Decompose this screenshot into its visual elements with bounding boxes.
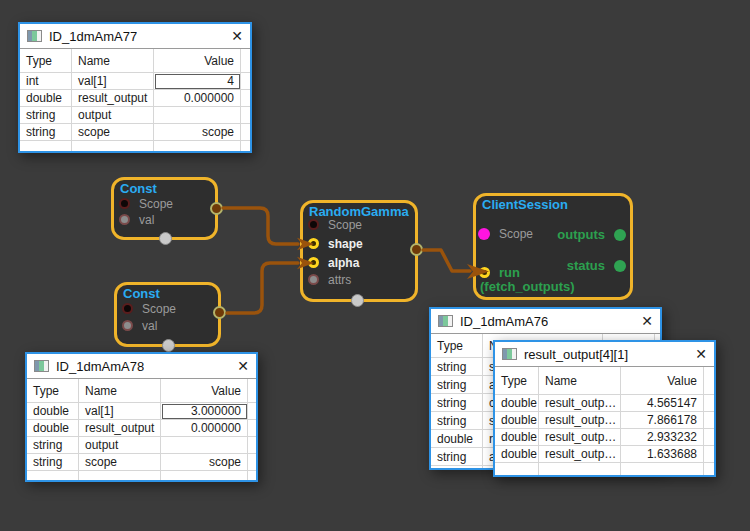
node-handle[interactable] bbox=[351, 294, 364, 307]
node-title: Const bbox=[123, 286, 160, 301]
cell-name: result_outp… bbox=[539, 395, 621, 412]
cell-type: int bbox=[20, 73, 72, 90]
watch-window-result[interactable]: result_output[4][1] ✕ Type Name Value do… bbox=[493, 340, 716, 477]
cell-value: 2.933232 bbox=[621, 429, 704, 446]
column-header: Type bbox=[431, 334, 483, 358]
port-status-output[interactable] bbox=[614, 260, 626, 272]
port-label: run bbox=[499, 265, 520, 280]
close-icon[interactable]: ✕ bbox=[695, 347, 707, 361]
close-icon[interactable]: ✕ bbox=[641, 314, 653, 328]
window-title: ID_1dmAmA77 bbox=[49, 29, 137, 44]
window-titlebar[interactable]: result_output[4][1] ✕ bbox=[495, 342, 714, 367]
cell-type: double bbox=[27, 403, 79, 420]
port-label: shape bbox=[328, 237, 363, 251]
watch-window-a77[interactable]: ID_1dmAmA77 ✕ Type Name Value int val[1]… bbox=[18, 22, 252, 153]
port-label: Scope bbox=[328, 218, 362, 232]
cell-value: 4.565147 bbox=[621, 395, 704, 412]
table-icon bbox=[34, 360, 49, 372]
cell-type: string bbox=[431, 394, 483, 412]
column-header: Value bbox=[621, 367, 704, 395]
cell-type: string bbox=[431, 376, 483, 394]
table-icon bbox=[502, 348, 517, 360]
table-icon bbox=[27, 30, 42, 42]
window-titlebar[interactable]: ID_1dmAmA76 ✕ bbox=[431, 309, 660, 334]
cell-name: scope bbox=[79, 454, 161, 471]
cell-name: result_outp… bbox=[539, 446, 621, 463]
port-output[interactable] bbox=[210, 202, 223, 215]
column-header: Type bbox=[20, 49, 72, 73]
port-scope-input[interactable] bbox=[478, 228, 490, 240]
wire-const-bottom-to-alpha[interactable] bbox=[227, 263, 298, 313]
port-output[interactable] bbox=[213, 306, 226, 319]
cell-type: double bbox=[495, 395, 539, 412]
cell-type: string bbox=[431, 358, 483, 376]
cell-value: 0.000000 bbox=[161, 420, 248, 437]
cell-type: string bbox=[20, 107, 72, 124]
port-scope-input[interactable] bbox=[119, 198, 130, 209]
window-titlebar[interactable]: ID_1dmAmA78 ✕ bbox=[27, 354, 256, 379]
cell-type: double bbox=[431, 430, 483, 448]
node-handle[interactable] bbox=[159, 232, 172, 245]
port-scope-input[interactable] bbox=[122, 303, 133, 314]
cell-value: scope bbox=[154, 124, 241, 141]
port-label: attrs bbox=[328, 273, 351, 287]
cell-value: 0.000000 bbox=[154, 90, 241, 107]
port-alpha-input[interactable] bbox=[308, 257, 319, 268]
window-titlebar[interactable]: ID_1dmAmA77 ✕ bbox=[20, 24, 250, 49]
column-header: Value bbox=[161, 379, 248, 403]
cell-name: output bbox=[79, 437, 161, 454]
cell-value: scope bbox=[161, 454, 248, 471]
node-editor-canvas[interactable]: Const Scope val Const Scope val RandomGa… bbox=[0, 0, 750, 531]
cell-name: val[1] bbox=[72, 73, 154, 90]
cell-type: string bbox=[431, 412, 483, 430]
cell-type: double bbox=[27, 420, 79, 437]
close-icon[interactable]: ✕ bbox=[231, 29, 243, 43]
column-header: Name bbox=[72, 49, 154, 73]
port-label: val bbox=[139, 213, 154, 227]
wire-const-top-to-shape[interactable] bbox=[223, 208, 298, 244]
port-attrs-input[interactable] bbox=[308, 274, 319, 285]
column-header: Value bbox=[154, 49, 241, 73]
cell-name: result_output bbox=[79, 420, 161, 437]
port-outputs-output[interactable] bbox=[614, 229, 626, 241]
column-header: Name bbox=[539, 367, 621, 395]
port-sublabel: (fetch_outputs) bbox=[480, 279, 575, 294]
port-run-input[interactable] bbox=[479, 267, 490, 278]
window-title: result_output[4][1] bbox=[524, 347, 628, 362]
cell-name: output bbox=[72, 107, 154, 124]
node-const-top[interactable]: Const Scope val bbox=[111, 177, 218, 240]
watch-window-a78[interactable]: ID_1dmAmA78 ✕ Type Name Value double val… bbox=[25, 352, 258, 482]
cell-name: result_outp… bbox=[539, 412, 621, 429]
port-label: Scope bbox=[139, 197, 173, 211]
node-handle[interactable] bbox=[162, 339, 175, 352]
port-output[interactable] bbox=[410, 243, 423, 256]
cell-value bbox=[154, 107, 241, 124]
cell-type: double bbox=[495, 446, 539, 463]
value-edit-cell[interactable]: 4 bbox=[154, 73, 241, 90]
node-const-bottom[interactable]: Const Scope val bbox=[114, 282, 221, 347]
port-val-input[interactable] bbox=[119, 214, 130, 225]
cell-type: string bbox=[27, 437, 79, 454]
cell-type: double bbox=[495, 412, 539, 429]
cell-value: 1.633688 bbox=[621, 446, 704, 463]
window-title: ID_1dmAmA76 bbox=[460, 314, 548, 329]
port-shape-input[interactable] bbox=[308, 238, 319, 249]
value-edit-cell[interactable]: 3.000000 bbox=[161, 403, 248, 420]
port-label: outputs bbox=[557, 227, 605, 242]
column-header: Name bbox=[79, 379, 161, 403]
table-icon bbox=[438, 315, 453, 327]
cell-type: string bbox=[27, 454, 79, 471]
node-randomgamma[interactable]: RandomGamma Scope shape alpha attrs bbox=[300, 200, 418, 302]
column-header: Type bbox=[495, 367, 539, 395]
wire-gamma-to-run[interactable] bbox=[423, 250, 470, 271]
node-clientsession[interactable]: ClientSession Scope run (fetch_outputs) … bbox=[473, 193, 633, 300]
port-label: Scope bbox=[142, 302, 176, 316]
port-scope-input[interactable] bbox=[308, 219, 319, 230]
close-icon[interactable]: ✕ bbox=[237, 359, 249, 373]
cell-name: result_outp… bbox=[539, 429, 621, 446]
port-label: val bbox=[142, 319, 157, 333]
port-val-input[interactable] bbox=[122, 320, 133, 331]
port-label: alpha bbox=[328, 256, 359, 270]
cell-value: 7.866178 bbox=[621, 412, 704, 429]
cell-name: scope bbox=[72, 124, 154, 141]
